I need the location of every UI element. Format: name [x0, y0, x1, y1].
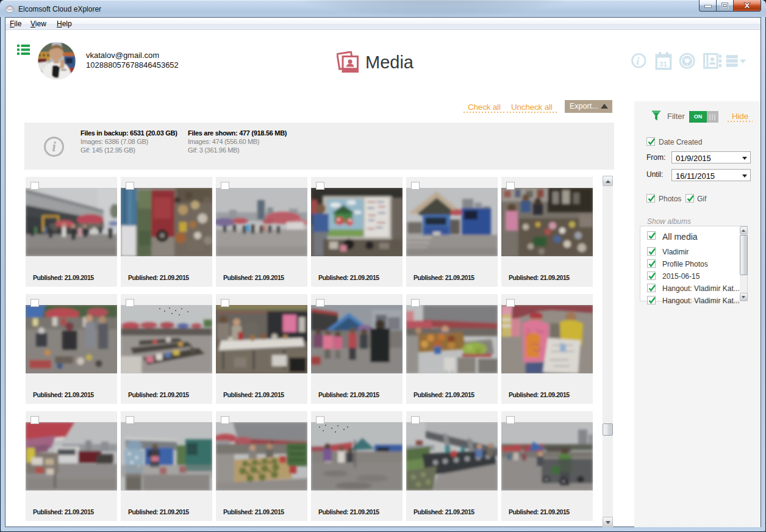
- svg-text:i: i: [637, 56, 640, 67]
- svg-text:31: 31: [659, 60, 667, 68]
